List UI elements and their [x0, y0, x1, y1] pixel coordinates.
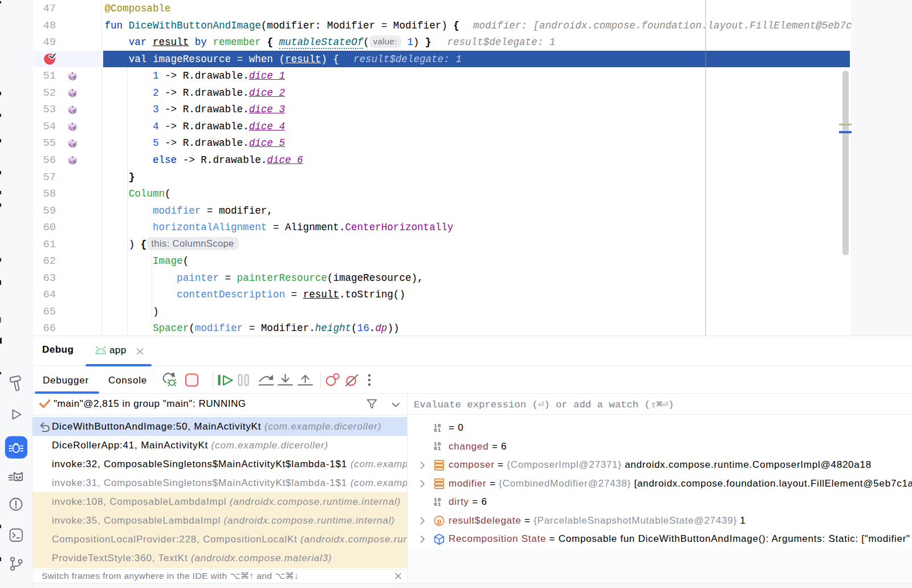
svg-text:p: p: [437, 517, 442, 525]
